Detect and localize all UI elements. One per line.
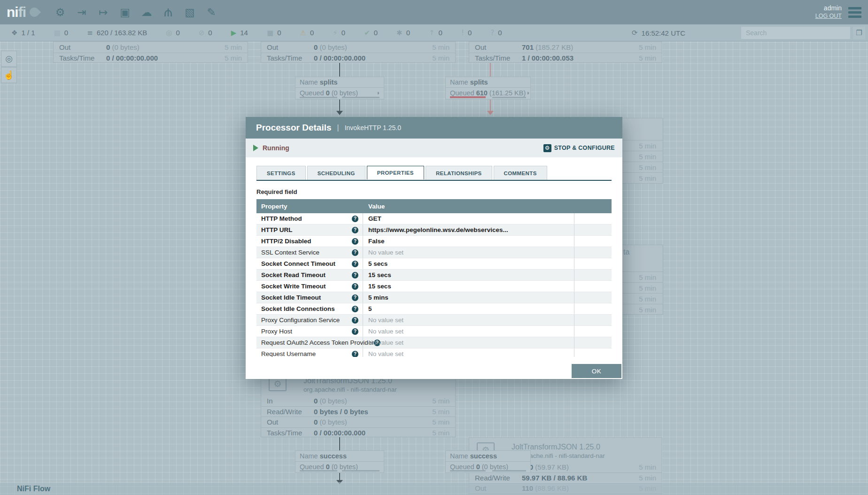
property-value: GET [368, 215, 381, 222]
dialog-title: Processor Details [256, 123, 332, 133]
stat-value: 1 / 00:00:00.053 [522, 54, 574, 62]
status-count: 0 [208, 29, 212, 37]
stat-label: Tasks/Time [475, 54, 522, 62]
funnel-icon[interactable]: Ψ [160, 4, 176, 20]
stop-and-configure-button[interactable]: ⚙ STOP & CONFIGURE [543, 144, 615, 152]
tab-relationships[interactable]: RELATIONSHIPS [426, 166, 492, 180]
help-icon[interactable]: ? [352, 216, 358, 222]
connection-line[interactable] [339, 63, 340, 77]
help-icon[interactable]: ? [352, 261, 358, 267]
stat-label: Out [59, 43, 106, 51]
label-icon[interactable]: ✎ [203, 4, 219, 20]
connection-line[interactable] [339, 472, 340, 480]
help-icon[interactable]: ? [352, 317, 358, 324]
tab-comments[interactable]: COMMENTS [494, 166, 547, 180]
status-count: 620 / 163.82 KB [97, 29, 147, 37]
connection-line-alert[interactable] [490, 63, 491, 77]
gear-icon: ⚙ [543, 144, 551, 152]
output-port-icon[interactable]: ↦ [95, 4, 111, 20]
tab-properties[interactable]: PROPERTIES [367, 166, 424, 180]
help-icon[interactable]: ? [352, 306, 358, 312]
invalid-status: ⚠ 0 [300, 29, 314, 37]
processor-node[interactable]: Out 701 (185.27 KB) 5 min Tasks/Time 1 /… [469, 41, 662, 63]
stat-row: In 0 (0 bytes) 5 min [261, 395, 455, 406]
global-menu-icon[interactable] [848, 7, 861, 18]
property-name: Socket Idle Timeout [261, 294, 321, 301]
stat-window: 5 min [432, 397, 450, 405]
stat-window: 5 min [225, 54, 242, 62]
nifi-logo: nifi [7, 4, 39, 20]
connection-label[interactable]: Name success Queued 0 (0 bytes) [445, 450, 531, 473]
last-refresh-time: 16:52:42 UTC [642, 29, 685, 37]
run-status-label: Running [263, 144, 289, 152]
connection-label[interactable]: Name success Queued 0 (0 bytes) [295, 450, 384, 473]
connection-line[interactable] [339, 100, 340, 111]
tab-settings[interactable]: SETTINGS [256, 166, 306, 180]
birdseye-button[interactable]: ◎ [1, 51, 17, 67]
stat-label: Out [267, 418, 314, 426]
help-icon[interactable]: ? [352, 249, 358, 256]
help-icon[interactable]: ? [352, 272, 358, 278]
connection-line-alert[interactable] [490, 100, 491, 111]
stat-value: 0 / 00:00:00.000 [314, 429, 365, 437]
stat-row: Tasks/Time 0 / 00:00:00.000 5 min [261, 427, 455, 438]
help-icon[interactable]: ? [352, 328, 358, 335]
status-count: 0 [498, 29, 502, 37]
stale-status: ↑ 0 [429, 29, 442, 37]
status-count: 0 [374, 29, 378, 37]
dialog-tabs: SETTINGSSCHEDULINGPROPERTIESRELATIONSHIP… [256, 166, 612, 181]
status-count: 0 [176, 29, 179, 37]
stat-value-detail: (185.27 KB) [534, 43, 573, 51]
stat-value-detail: (0 bytes) [318, 43, 347, 51]
refresh-status[interactable]: ⟳ 16:52:42 UTC [632, 24, 685, 41]
stat-window: 5 min [639, 463, 656, 471]
breadcrumb[interactable]: NiFi Flow [17, 485, 50, 493]
help-icon[interactable]: ? [352, 351, 358, 357]
nifi-app: Out 0 (0 bytes) 5 min Tasks/Time 0 / 00:… [0, 0, 868, 495]
stat-window: 5 min [639, 43, 656, 51]
property-value: 5 secs [368, 260, 388, 267]
logout-link[interactable]: LOG OUT [815, 13, 842, 20]
property-name: SSL Context Service [261, 249, 319, 256]
property-value: No value set [368, 249, 403, 256]
process-group-icon[interactable]: ▣ [117, 4, 133, 20]
status-count: 0 [468, 29, 472, 37]
up-to-date-status: ✔ 0 [364, 29, 378, 37]
input-port-icon[interactable]: ⇥ [74, 4, 90, 20]
help-icon[interactable]: ? [352, 238, 358, 245]
bulletin-icon[interactable]: ❐ [853, 27, 865, 39]
connection-label[interactable]: Name splits Queued 0 (0 bytes)◑ [295, 77, 384, 100]
tab-scheduling[interactable]: SCHEDULING [307, 166, 365, 180]
connection-label-alert[interactable]: Name splits Queued 610 (161.25 KB)◑ [445, 77, 531, 100]
pan-hand-button[interactable]: ☝ [1, 67, 17, 83]
ok-button[interactable]: OK [572, 364, 621, 378]
remote-process-group-icon[interactable]: ☁ [139, 4, 155, 20]
processor-node[interactable]: Out 0 (0 bytes) 5 min Tasks/Time 0 / 00:… [261, 41, 456, 63]
transmitting-status: ◎ 0 [166, 29, 179, 37]
property-name: Socket Read Timeout [261, 271, 326, 278]
processor-node-jolt[interactable]: ⚙ JoltTransformJSON 1.25.0 org.apache.ni… [261, 371, 456, 437]
stat-label: Tasks/Time [267, 54, 314, 62]
SSL Context Service: SSL Context Service ? No value set [256, 247, 612, 258]
processor-node[interactable]: Out 0 (0 bytes) 5 min Tasks/Time 0 / 00:… [53, 41, 248, 63]
help-icon[interactable]: ? [352, 227, 358, 233]
help-icon[interactable]: ? [352, 283, 358, 290]
property-name: HTTP URL [261, 226, 293, 233]
stat-label: In [267, 397, 314, 405]
status-count: 0 [439, 29, 442, 37]
Proxy Host: Proxy Host ? No value set [256, 326, 612, 337]
connection-line[interactable] [339, 437, 340, 450]
template-icon[interactable]: ▧ [182, 4, 198, 20]
property-name: HTTP/2 Disabled [261, 238, 311, 245]
search-input[interactable] [741, 27, 850, 39]
processor-details-dialog: Processor Details | InvokeHTTP 1.25.0 Ru… [246, 117, 622, 379]
not-transmitting-status: ⊘ 0 [199, 29, 212, 37]
stat-window: 5 min [432, 418, 450, 426]
stat-value-detail: (0 bytes) [110, 43, 140, 51]
required-field-note: Required field [256, 188, 612, 195]
help-icon[interactable]: ? [352, 294, 358, 301]
top-toolbar: nifi ⚙ ⇥ ↦ ▣ ☁ Ψ ▧ ✎ admin LOG OUT [0, 0, 868, 24]
stat-row: Tasks/Time 0 / 00:00:00.000 5 min [54, 53, 248, 63]
processor-icon[interactable]: ⚙ [52, 4, 68, 20]
refresh-icon[interactable]: ⟳ [632, 29, 638, 37]
